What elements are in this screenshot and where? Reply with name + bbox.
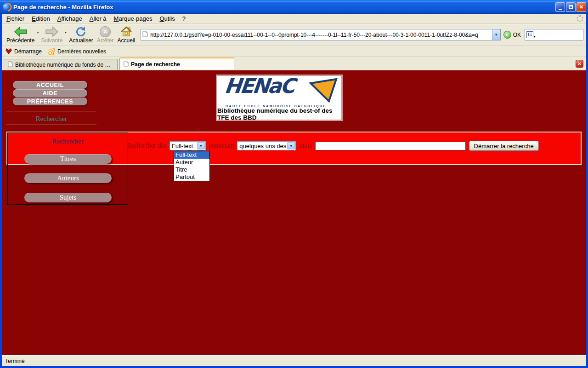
menu-aller-a[interactable]: Aller à bbox=[86, 14, 110, 23]
logo-tagline: HAUTE ECOLE NAMUROISE CATHOLIQUE bbox=[226, 104, 326, 108]
status-bar: Terminé bbox=[2, 355, 586, 366]
search-engine-dropdown-icon[interactable]: ▾ bbox=[534, 35, 536, 39]
back-label: Précédente bbox=[6, 37, 34, 44]
search-index-panel: Rechercher Titres Auteurs Sujets bbox=[7, 132, 128, 205]
label-contenant: contenant bbox=[209, 142, 234, 150]
reload-icon bbox=[75, 26, 87, 37]
google-icon[interactable]: G bbox=[526, 31, 533, 38]
field-select-dropdown: Full-text Auteur Titre Partout bbox=[174, 151, 210, 181]
menu-marque-pages[interactable]: Marque-pages bbox=[110, 14, 156, 23]
tab-page-de-recherche[interactable]: Page de recherche bbox=[119, 58, 234, 70]
divider bbox=[6, 111, 96, 111]
logo-caption: Bibliothèque numérique du best-of des TF… bbox=[217, 108, 341, 120]
web-search-input[interactable] bbox=[536, 32, 582, 38]
index-button-auteurs[interactable]: Auteurs bbox=[24, 173, 112, 183]
forward-button[interactable]: Suivante bbox=[39, 26, 64, 44]
go-button[interactable]: ▶ OK bbox=[503, 31, 521, 39]
home-button[interactable]: Accueil bbox=[116, 26, 137, 44]
go-icon: ▶ bbox=[503, 31, 511, 39]
nav-button-preferences[interactable]: PRÉFÉRENCES bbox=[13, 98, 87, 105]
index-button-sujets[interactable]: Sujets bbox=[24, 193, 112, 202]
menu-fichier[interactable]: Fichier bbox=[3, 14, 28, 23]
firefox-icon bbox=[3, 3, 11, 11]
tab-bar: Bibliothèque numérique du fonds de TFE d… bbox=[2, 57, 586, 70]
menu-outils[interactable]: Outils bbox=[156, 14, 178, 23]
stop-label: Arrêter bbox=[97, 37, 114, 44]
status-text: Terminé bbox=[5, 358, 25, 364]
menu-affichage[interactable]: Affichage bbox=[54, 14, 86, 23]
tab-bibliotheque[interactable]: Bibliothèque numérique du fonds de TFE d… bbox=[4, 59, 118, 70]
bookmark-demarrage[interactable]: Démarrage bbox=[6, 48, 42, 55]
field-select-value: Full-text bbox=[172, 143, 193, 150]
divider bbox=[6, 125, 96, 125]
navigation-toolbar: Précédente ▾ Suivante ▾ Actualiser ✕ Arr… bbox=[2, 24, 586, 46]
menu-bar: Fichier Edition Affichage Aller à Marque… bbox=[2, 14, 586, 24]
rss-icon bbox=[48, 48, 55, 55]
back-button[interactable]: Précédente bbox=[5, 26, 36, 44]
stop-icon: ✕ bbox=[100, 26, 111, 37]
nav-button-aide[interactable]: AIDE bbox=[13, 89, 87, 97]
mode-select[interactable]: quelques uns des ▼ bbox=[237, 141, 296, 150]
tab-label: Bibliothèque numérique du fonds de TFE d… bbox=[15, 62, 113, 68]
minimize-button[interactable] bbox=[555, 2, 565, 12]
panel-title: Rechercher bbox=[8, 138, 128, 145]
close-tab-button[interactable]: ✕ bbox=[576, 60, 583, 68]
bookmarks-bar: Démarrage Dernières nouvelles bbox=[2, 46, 586, 57]
home-label: Accueil bbox=[118, 37, 136, 44]
page-content: ACCUEIL AIDE PRÉFÉRENCES Rechercher HENa… bbox=[2, 70, 586, 355]
browser-window: Page de recherche - Mozilla Firefox ✕ Fi… bbox=[0, 0, 588, 368]
title-bar: Page de recherche - Mozilla Firefox ✕ bbox=[0, 0, 588, 14]
tab-label: Page de recherche bbox=[131, 61, 180, 68]
forward-icon bbox=[45, 26, 58, 37]
dropdown-option-partout[interactable]: Partout bbox=[174, 173, 209, 181]
url-input[interactable] bbox=[149, 29, 492, 40]
label-rechercher-des: Rechercher des bbox=[127, 142, 166, 150]
web-search-box[interactable]: G ▾ bbox=[525, 29, 583, 40]
start-search-button[interactable]: Démarrer la recherche bbox=[469, 141, 539, 151]
logo-triangle-icon bbox=[309, 78, 338, 104]
bookmark-dernieres-nouvelles[interactable]: Dernières nouvelles bbox=[48, 48, 106, 55]
url-dropdown-icon[interactable]: ▼ bbox=[492, 29, 500, 40]
query-input[interactable] bbox=[315, 142, 466, 150]
label-mots: mots bbox=[299, 142, 311, 150]
tab-page-icon bbox=[124, 61, 129, 68]
stop-button[interactable]: ✕ Arrêter bbox=[95, 26, 116, 44]
logo-brand-text: HENaC bbox=[223, 76, 295, 98]
tab-page-icon bbox=[8, 61, 13, 69]
chevron-down-icon[interactable]: ▼ bbox=[287, 142, 295, 150]
bookmark-label: Démarrage bbox=[14, 48, 42, 55]
henac-logo: HENaC HAUTE ECOLE NAMUROISE CATHOLIQUE B… bbox=[216, 75, 343, 121]
home-icon bbox=[120, 26, 132, 37]
page-icon bbox=[142, 31, 148, 39]
index-button-titres[interactable]: Titres bbox=[24, 154, 112, 164]
menu-aide[interactable]: ? bbox=[179, 14, 189, 23]
chevron-down-icon[interactable]: ▼ bbox=[197, 142, 205, 150]
bookmark-label: Dernières nouvelles bbox=[57, 48, 106, 55]
close-button[interactable]: ✕ bbox=[577, 2, 586, 12]
nav-button-accueil[interactable]: ACCUEIL bbox=[13, 81, 87, 89]
dropdown-option-auteur[interactable]: Auteur bbox=[174, 159, 209, 166]
reload-button[interactable]: Actualiser bbox=[67, 26, 95, 44]
throbber-icon bbox=[577, 15, 583, 22]
search-form: Rechercher des Full-text ▼ contenant que… bbox=[127, 141, 539, 151]
field-select[interactable]: Full-text ▼ bbox=[170, 141, 206, 150]
firefox-start-icon bbox=[6, 48, 12, 54]
url-bar[interactable]: ▼ bbox=[141, 29, 500, 40]
reload-label: Actualiser bbox=[69, 37, 93, 44]
dropdown-option-titre[interactable]: Titre bbox=[174, 166, 209, 173]
back-icon bbox=[14, 26, 27, 37]
dropdown-option-full-text[interactable]: Full-text bbox=[174, 151, 209, 159]
window-title: Page de recherche - Mozilla Firefox bbox=[13, 4, 555, 11]
sidebar-link-rechercher[interactable]: Rechercher bbox=[6, 115, 96, 123]
maximize-button[interactable] bbox=[566, 2, 576, 12]
go-label: OK bbox=[513, 32, 521, 38]
forward-label: Suivante bbox=[41, 37, 62, 44]
menu-edition[interactable]: Edition bbox=[28, 14, 54, 23]
mode-select-value: quelques uns des bbox=[239, 143, 286, 150]
